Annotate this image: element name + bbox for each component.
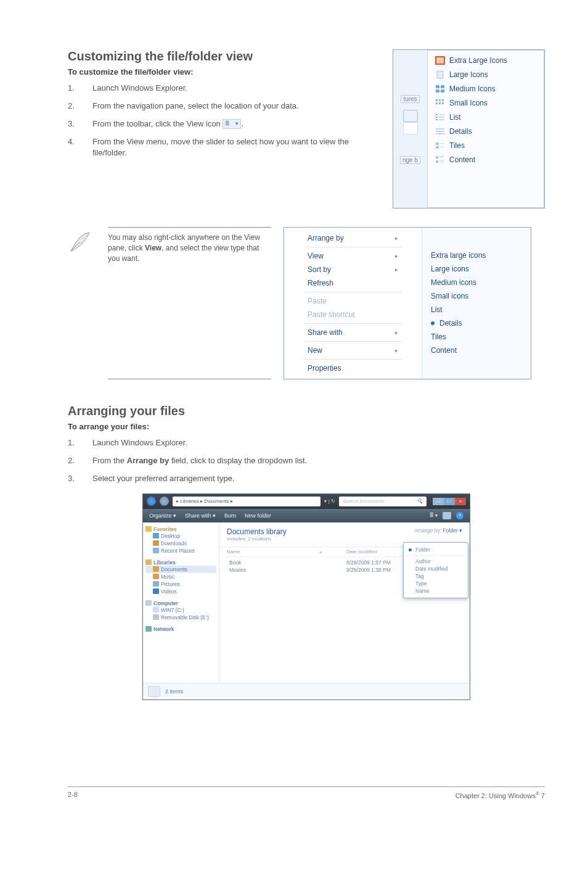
ctx-view[interactable]: View▸	[299, 249, 407, 263]
vs-label: Tiles	[449, 141, 465, 150]
nav-desktop[interactable]: Desktop	[145, 532, 216, 540]
arrange-by-link[interactable]: Folder ▾	[443, 527, 462, 534]
nav-pictures[interactable]: Pictures	[145, 580, 216, 588]
ctx-sub-details[interactable]: Details	[422, 316, 530, 330]
address-dropdown-icon[interactable]: ▾ | ↻	[324, 498, 335, 504]
svg-rect-23	[440, 143, 444, 144]
submenu-arrow-icon: ▸	[395, 347, 398, 353]
nav-favorites[interactable]: Favorites	[145, 526, 216, 532]
window-buttons: — □ ×	[433, 498, 466, 505]
section1-subheading: To customize the file/folder view:	[68, 67, 374, 76]
ctx-sub-small[interactable]: Small icons	[422, 289, 530, 303]
ctx-paste-shortcut: Paste shortcut	[299, 308, 407, 321]
extra-large-icon	[435, 56, 445, 65]
section2-steps: 1.Launch Windows Explorer. 2.From the Ar…	[68, 437, 545, 485]
nav-computer[interactable]: Computer	[145, 600, 216, 606]
nav-music[interactable]: Music	[145, 573, 216, 580]
downloads-icon	[153, 540, 159, 546]
svg-rect-29	[436, 160, 438, 163]
tb-burn[interactable]: Burn	[224, 513, 236, 519]
ctx-sub-large[interactable]: Large icons	[422, 262, 530, 276]
ctx-new[interactable]: New▸	[299, 344, 407, 357]
vs-item-list[interactable]: List	[435, 113, 537, 122]
vs-item-content[interactable]: Content	[435, 155, 537, 164]
ctx-label: Medium icons	[431, 278, 476, 287]
medium-icon	[435, 85, 445, 93]
dd-date-modified[interactable]: Date modified	[407, 565, 465, 572]
nav-network[interactable]: Network	[145, 626, 216, 632]
vs-item-tiles[interactable]: Tiles	[435, 141, 537, 150]
ctx-sub-medium[interactable]: Medium icons	[422, 276, 530, 289]
nav-recent[interactable]: Recent Places	[145, 547, 216, 555]
status-text: 2 items	[165, 688, 183, 695]
ctx-share-with[interactable]: Share with▸	[299, 326, 407, 339]
ctx-sub-tiles[interactable]: Tiles	[422, 330, 530, 344]
nav-videos[interactable]: Videos	[145, 588, 216, 595]
removable-icon	[153, 614, 159, 620]
back-button[interactable]	[147, 497, 156, 506]
vs-label-nge: nge b	[400, 156, 420, 164]
vs-item-medium[interactable]: Medium Icons	[435, 85, 537, 93]
drive-icon	[153, 607, 159, 613]
step-num: 1.	[68, 437, 92, 449]
vs-item-extra-large[interactable]: Extra Large Icons	[435, 56, 537, 65]
slider-thumb-icon	[403, 122, 418, 134]
step-num: 3.	[68, 473, 92, 485]
dd-author[interactable]: Author	[407, 558, 465, 565]
help-button[interactable]: ?	[456, 512, 463, 519]
ctx-refresh[interactable]: Refresh	[299, 276, 407, 290]
tb-new-folder[interactable]: New folder	[245, 513, 271, 519]
nav-libraries[interactable]: Libraries	[145, 559, 216, 566]
step-body: From the navigation pane, select the loc…	[92, 101, 374, 112]
vs-label: Small Icons	[449, 99, 488, 107]
explorer-titlebar: ▸ Libraries ▸ Documents ▸ ▾ | ↻ Search D…	[143, 494, 470, 509]
vs-item-small[interactable]: Small Icons	[435, 99, 537, 107]
nav-documents[interactable]: Documents	[145, 566, 216, 573]
nav-downloads[interactable]: Downloads	[145, 540, 216, 547]
svg-rect-17	[436, 119, 438, 120]
vs-label-tures: tures	[401, 95, 419, 103]
ctx-arrange-by[interactable]: Arrange by▸	[299, 231, 407, 245]
explorer-content: Documents library Includes: 2 locations …	[219, 522, 470, 683]
search-box[interactable]: Search Documents🔍	[339, 497, 427, 506]
svg-rect-8	[439, 99, 441, 101]
step-body: From the toolbar, click the View icon .	[92, 118, 374, 130]
nav-c-drive[interactable]: WIN7 (C:)	[145, 606, 216, 614]
tiles-icon	[435, 141, 445, 150]
ctx-sub-content[interactable]: Content	[422, 344, 530, 357]
svg-rect-25	[440, 147, 444, 147]
vs-label: Content	[449, 155, 475, 164]
dd-folder[interactable]: Folder	[407, 546, 465, 553]
preview-pane-button[interactable]	[443, 512, 451, 519]
view-mode-button[interactable]: ≣ ▾	[430, 513, 438, 518]
note-bold: View	[145, 244, 161, 252]
step-body: From the View menu, move the slider to s…	[92, 136, 374, 160]
nav-removable[interactable]: Removable Disk (E:)	[145, 614, 216, 621]
sort-arrow-icon: ▴	[319, 549, 322, 555]
tb-organize[interactable]: Organize ▾	[149, 513, 176, 519]
list-icon	[435, 113, 445, 122]
vs-item-details[interactable]: Details	[435, 127, 537, 136]
ctx-sort-by[interactable]: Sort by▸	[299, 263, 407, 276]
dd-name[interactable]: Name	[407, 587, 465, 595]
forward-button[interactable]	[160, 497, 169, 506]
ctx-sub-list[interactable]: List	[422, 303, 530, 316]
maximize-button[interactable]: □	[444, 498, 455, 505]
view-dropdown-icon	[223, 119, 241, 129]
ctx-sub-extra-large[interactable]: Extra large icons	[422, 249, 530, 262]
step-text: field, click to display the dropdown lis…	[169, 456, 307, 465]
ctx-label: Arrange by	[308, 234, 344, 242]
ctx-properties[interactable]: Properties	[299, 361, 407, 375]
tb-share-with[interactable]: Share with ▾	[185, 513, 216, 519]
vs-item-large[interactable]: Large Icons	[435, 70, 537, 79]
minimize-button[interactable]: —	[433, 498, 444, 505]
col-name[interactable]: Name	[227, 549, 344, 555]
dd-tag[interactable]: Tag	[407, 572, 465, 580]
dd-type[interactable]: Type	[407, 580, 465, 587]
close-button[interactable]: ×	[455, 498, 466, 505]
library-subtitle[interactable]: Includes: 2 locations	[227, 536, 287, 542]
ctx-label: Details	[439, 319, 462, 328]
vs-label: Large Icons	[449, 70, 488, 79]
step-body: Launch Windows Explorer.	[92, 83, 374, 94]
address-bar[interactable]: ▸ Libraries ▸ Documents ▸	[173, 497, 321, 506]
